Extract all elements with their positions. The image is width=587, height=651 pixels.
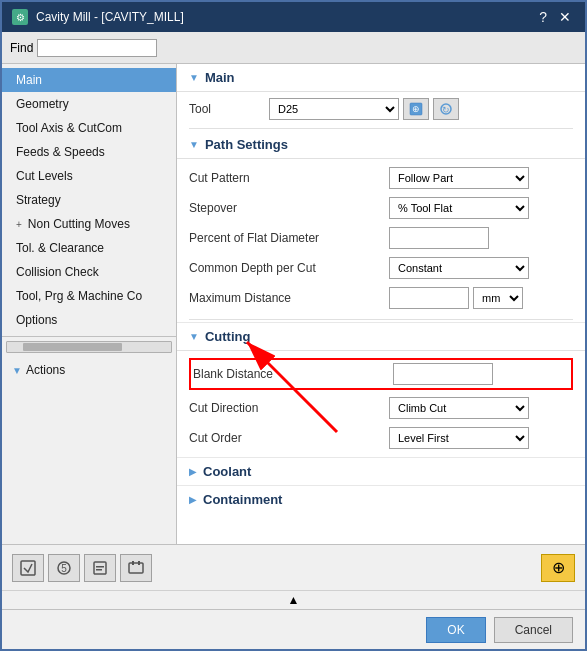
cancel-button[interactable]: Cancel	[494, 617, 573, 643]
tool-controls: D25 ⊕ ↻	[269, 98, 459, 120]
sidebar-item-strategy[interactable]: Strategy	[2, 188, 176, 212]
bottom-toolbar: 5 ⊕	[2, 544, 585, 590]
separator-1	[189, 128, 573, 129]
cutting-section: ▼ Cutting Blank Distance 10.0000 Cut Dir…	[177, 322, 585, 457]
containment-label: Containment	[203, 492, 282, 507]
max-distance-label: Maximum Distance	[189, 291, 389, 305]
blank-distance-input[interactable]: 10.0000	[393, 363, 493, 385]
cut-order-control: Level First	[389, 427, 573, 449]
cut-direction-select[interactable]: Climb Cut	[389, 397, 529, 419]
common-depth-row: Common Depth per Cut Constant	[189, 253, 573, 283]
common-depth-label: Common Depth per Cut	[189, 261, 389, 275]
window-title: Cavity Mill - [CAVITY_MILL]	[36, 10, 184, 24]
find-input[interactable]	[37, 39, 157, 57]
bottom-toolbar-left: 5	[12, 554, 152, 582]
main-section-header: ▼ Main	[177, 64, 585, 92]
main-window: ⚙ Cavity Mill - [CAVITY_MILL] ? ✕ Find M…	[0, 0, 587, 651]
ok-button[interactable]: OK	[426, 617, 485, 643]
sidebar: Main Geometry Tool Axis & CutCom Feeds &…	[2, 64, 177, 544]
toolbar-btn-right[interactable]: ⊕	[541, 554, 575, 582]
sidebar-item-collision[interactable]: Collision Check	[2, 260, 176, 284]
svg-rect-14	[138, 561, 140, 565]
blank-distance-control: 10.0000	[393, 363, 569, 385]
cutting-header-label: Cutting	[205, 329, 250, 344]
cut-pattern-control: Follow Part	[389, 167, 573, 189]
cut-order-label: Cut Order	[189, 431, 389, 445]
max-distance-input[interactable]: 1.0000	[389, 287, 469, 309]
close-button[interactable]: ✕	[555, 9, 575, 25]
sidebar-item-geometry[interactable]: Geometry	[2, 92, 176, 116]
main-expand-icon: ▼	[189, 72, 199, 83]
blank-distance-label: Blank Distance	[193, 367, 393, 381]
sidebar-item-cut-levels[interactable]: Cut Levels	[2, 164, 176, 188]
svg-text:↻: ↻	[442, 105, 450, 115]
containment-section[interactable]: ▶ Containment	[177, 485, 585, 513]
path-settings-expand-icon: ▼	[189, 139, 199, 150]
max-distance-unit-select[interactable]: mm	[473, 287, 523, 309]
sidebar-item-feeds-speeds[interactable]: Feeds & Speeds	[2, 140, 176, 164]
find-label: Find	[10, 41, 33, 55]
sidebar-item-options[interactable]: Options	[2, 308, 176, 332]
sidebar-item-tol-clearance[interactable]: Tol. & Clearance	[2, 236, 176, 260]
sidebar-scroll-area: Main Geometry Tool Axis & CutCom Feeds &…	[2, 64, 176, 336]
right-panel: ▼ Main Tool D25 ⊕ ↻	[177, 64, 585, 544]
find-toolbar: Find	[2, 32, 585, 64]
app-icon: ⚙	[12, 9, 28, 25]
coolant-label: Coolant	[203, 464, 251, 479]
coolant-expand-icon: ▶	[189, 466, 197, 477]
path-settings-label: Path Settings	[205, 137, 288, 152]
tool-row: Tool D25 ⊕ ↻	[177, 92, 585, 126]
svg-rect-9	[94, 562, 106, 574]
toolbar-btn-4[interactable]	[120, 554, 152, 582]
cut-order-select[interactable]: Level First	[389, 427, 529, 449]
svg-rect-11	[96, 569, 102, 571]
stepover-select[interactable]: % Tool Flat	[389, 197, 529, 219]
actions-section[interactable]: ▼ Actions	[2, 357, 176, 383]
sidebar-item-tool-axis[interactable]: Tool Axis & CutCom	[2, 116, 176, 140]
cut-direction-control: Climb Cut	[389, 397, 573, 419]
blank-distance-row: Blank Distance 10.0000	[189, 358, 573, 390]
cut-direction-row: Cut Direction Climb Cut	[189, 393, 573, 423]
path-settings-header: ▼ Path Settings	[177, 131, 585, 159]
stepover-control: % Tool Flat	[389, 197, 573, 219]
cut-order-row: Cut Order Level First	[189, 423, 573, 453]
max-distance-row: Maximum Distance 1.0000 mm	[189, 283, 573, 313]
cut-pattern-select[interactable]: Follow Part	[389, 167, 529, 189]
main-content: Main Geometry Tool Axis & CutCom Feeds &…	[2, 64, 585, 544]
cut-direction-label: Cut Direction	[189, 401, 389, 415]
expand-arrow-icon: ▲	[288, 593, 300, 607]
title-bar-left: ⚙ Cavity Mill - [CAVITY_MILL]	[12, 9, 184, 25]
expand-arrow[interactable]: ▲	[2, 590, 585, 609]
toolbar-btn-2[interactable]: 5	[48, 554, 80, 582]
title-bar-buttons: ? ✕	[535, 9, 575, 25]
cutting-expand-icon: ▼	[189, 331, 199, 342]
sidebar-item-tool-prg[interactable]: Tool, Prg & Machine Co	[2, 284, 176, 308]
svg-text:⊕: ⊕	[412, 104, 420, 114]
max-distance-control: 1.0000 mm	[389, 287, 573, 309]
tool-select[interactable]: D25	[269, 98, 399, 120]
toolbar-btn-1[interactable]	[12, 554, 44, 582]
coolant-section[interactable]: ▶ Coolant	[177, 457, 585, 485]
title-bar: ⚙ Cavity Mill - [CAVITY_MILL] ? ✕	[2, 2, 585, 32]
stepover-label: Stepover	[189, 201, 389, 215]
svg-rect-10	[96, 566, 104, 568]
percent-input[interactable]: 70.0000	[389, 227, 489, 249]
sidebar-item-non-cutting[interactable]: Non Cutting Moves	[2, 212, 176, 236]
tool-icon-btn-1[interactable]: ⊕	[403, 98, 429, 120]
help-button[interactable]: ?	[535, 9, 551, 25]
tool-icon-btn-2[interactable]: ↻	[433, 98, 459, 120]
cut-pattern-row: Cut Pattern Follow Part	[189, 163, 573, 193]
actions-arrow-icon: ▼	[12, 365, 22, 376]
percent-label: Percent of Flat Diameter	[189, 231, 389, 245]
cutting-header: ▼ Cutting	[177, 323, 585, 351]
separator-2	[189, 319, 573, 320]
toolbar-btn-3[interactable]	[84, 554, 116, 582]
common-depth-control: Constant	[389, 257, 573, 279]
percent-row: Percent of Flat Diameter 70.0000	[189, 223, 573, 253]
containment-expand-icon: ▶	[189, 494, 197, 505]
svg-text:5: 5	[61, 563, 67, 574]
cutting-form: Blank Distance 10.0000 Cut Direction Cli…	[177, 351, 585, 457]
actions-label: Actions	[26, 363, 65, 377]
sidebar-item-main[interactable]: Main	[2, 68, 176, 92]
common-depth-select[interactable]: Constant	[389, 257, 529, 279]
